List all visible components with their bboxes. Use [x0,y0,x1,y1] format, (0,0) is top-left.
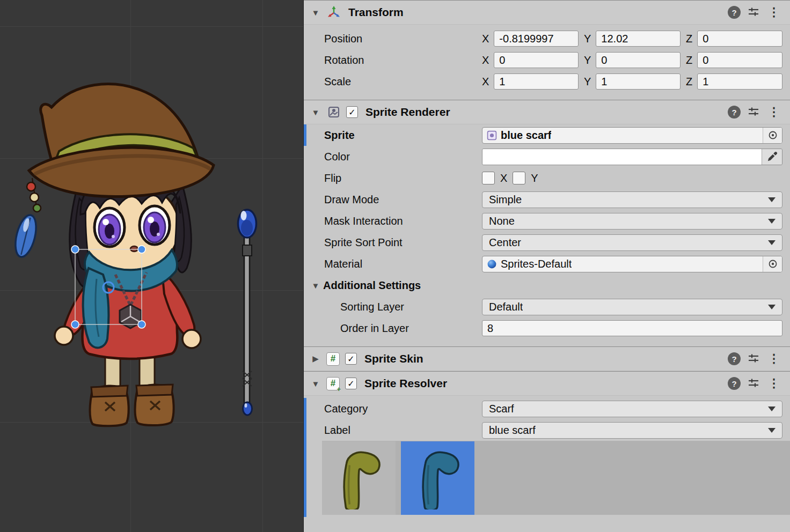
scale-z-field[interactable] [697,73,782,90]
selection-handle-top-left[interactable] [71,246,79,253]
rotation-y-field[interactable] [596,52,681,68]
foldout-open-icon[interactable]: ▼ [310,379,321,388]
axis-z-label: Z [686,76,692,88]
kebab-menu-icon[interactable]: ⋮ [766,376,781,390]
sprite-asset-icon [486,130,497,141]
material-label: Material [304,258,482,270]
axis-z-label: Z [686,54,692,66]
color-label: Color [304,151,482,163]
scarf-variant-blue[interactable] [401,441,474,515]
order-in-layer-field[interactable] [482,320,782,336]
category-row: Category Scarf [304,398,790,419]
selection-handle-bottom-right[interactable] [138,321,145,328]
sprite-renderer-header[interactable]: ▼ ✓ Sprite Renderer ? ⋮ [304,100,790,124]
help-icon[interactable]: ? [728,106,741,119]
axis-x-label: X [482,76,489,88]
sprite-variant-strip [322,441,790,515]
presets-icon[interactable] [746,6,761,19]
category-dropdown[interactable]: Scarf [482,401,782,417]
sprite-skin-icon: # [326,352,340,366]
flip-y-checkbox[interactable] [513,172,525,184]
transform-icon [326,5,341,20]
sorting-layer-dropdown[interactable]: Default [482,299,782,315]
label-label: Label [304,424,482,437]
scale-x-field[interactable] [494,73,579,90]
kebab-menu-icon[interactable]: ⋮ [766,5,781,19]
flip-label: Flip [304,172,482,184]
sprite-sort-point-dropdown[interactable]: Center [482,234,782,251]
object-picker-icon[interactable] [763,256,782,272]
sorting-layer-row: Sorting Layer Default [304,296,790,317]
axis-z-label: Z [686,33,692,45]
staff-sprite[interactable] [238,210,257,415]
chevron-down-icon [768,407,776,411]
position-z-field[interactable] [697,31,782,47]
sprite-skin-header[interactable]: ▶ # ✓ Sprite Skin ? ⋮ [304,346,790,371]
presets-icon[interactable] [746,352,761,365]
help-icon[interactable]: ? [728,377,741,390]
rotation-x-field[interactable] [494,52,579,68]
label-value: blue scarf [489,424,536,437]
material-asset-icon [486,258,497,269]
character-sprite[interactable] [12,84,214,426]
color-field[interactable] [482,149,782,165]
position-x-field[interactable] [494,31,579,47]
flip-row: Flip X Y [304,167,790,189]
rotation-row: Rotation X Y Z [304,49,790,71]
scene-view[interactable] [0,0,303,532]
category-label: Category [304,403,482,415]
foldout-closed-icon[interactable]: ▶ [310,354,321,364]
sorting-layer-value: Default [489,301,523,313]
draw-mode-row: Draw Mode Simple [304,189,790,210]
selection-handle-top-right[interactable] [138,246,145,253]
sprite-row: Sprite blue scarf [304,124,790,146]
kebab-menu-icon[interactable]: ⋮ [766,352,781,366]
color-swatch[interactable] [482,149,762,165]
presets-icon[interactable] [746,106,761,119]
label-dropdown[interactable]: blue scarf [482,422,782,439]
kebab-menu-icon[interactable]: ⋮ [766,105,781,119]
label-row: Label blue scarf [304,419,790,441]
axis-x-label: X [482,54,489,66]
mask-interaction-value: None [489,215,515,227]
foldout-open-icon[interactable]: ▼ [310,8,321,17]
position-label: Position [304,33,482,45]
flip-x-label: X [500,172,507,184]
selection-handle-bottom-left[interactable] [71,321,79,328]
chevron-down-icon [768,428,776,433]
presets-icon[interactable] [746,377,761,390]
plus-glyph: + [337,385,341,393]
chevron-down-icon [768,219,776,224]
color-row: Color [304,146,790,167]
draw-mode-dropdown[interactable]: Simple [482,191,782,208]
help-icon[interactable]: ? [728,6,741,19]
chevron-down-icon [768,305,776,309]
sprite-object-field[interactable]: blue scarf [482,127,782,144]
flip-x-checkbox[interactable] [482,172,495,184]
foldout-open-icon[interactable]: ▼ [310,108,321,117]
mask-interaction-dropdown[interactable]: None [482,213,782,230]
scarf-variant-green[interactable] [322,441,396,515]
transform-header[interactable]: ▼ Transform ? ⋮ [304,0,790,25]
material-object-field[interactable]: Sprites-Default [482,256,782,272]
sprite-sort-point-label: Sprite Sort Point [304,237,482,249]
hash-glyph: # [331,353,335,364]
sprite-skin-enabled-checkbox[interactable]: ✓ [345,353,357,365]
sprite-resolver-icon: # + [326,377,340,390]
rotation-z-field[interactable] [697,52,782,68]
scale-y-field[interactable] [596,73,681,90]
sprite-resolver-enabled-checkbox[interactable]: ✓ [345,378,357,389]
material-object-name: Sprites-Default [501,258,572,270]
help-icon[interactable]: ? [728,352,741,365]
position-y-field[interactable] [596,31,681,47]
chevron-down-icon [768,197,776,202]
additional-settings-row[interactable]: ▼ Additional Settings [304,275,790,296]
object-picker-icon[interactable] [763,128,782,143]
scale-row: Scale X Y Z [304,71,790,92]
foldout-open-icon[interactable]: ▼ [310,281,321,290]
axis-y-label: Y [584,33,591,45]
sprite-resolver-header[interactable]: ▼ # + ✓ Sprite Resolver ? ⋮ [304,371,790,396]
eyedropper-icon[interactable] [762,149,782,165]
override-indicator [304,124,306,146]
sprite-renderer-enabled-checkbox[interactable]: ✓ [346,106,358,118]
